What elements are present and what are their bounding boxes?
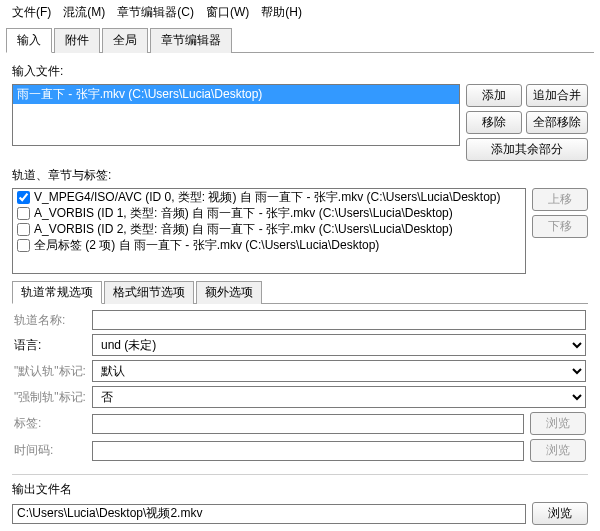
tab-attachments[interactable]: 附件 bbox=[54, 28, 100, 53]
input-file-item[interactable]: 雨一直下 - 张宇.mkv (C:\Users\Lucia\Desktop) bbox=[13, 85, 459, 104]
output-label: 输出文件名 bbox=[12, 481, 588, 498]
move-down-button[interactable]: 下移 bbox=[532, 215, 588, 238]
track-checkbox[interactable] bbox=[17, 223, 30, 236]
track-text: A_VORBIS (ID 2, 类型: 音频) 自 雨一直下 - 张宇.mkv … bbox=[34, 221, 453, 237]
menu-chapter-editor[interactable]: 章节编辑器(C) bbox=[111, 2, 200, 23]
track-text: V_MPEG4/ISO/AVC (ID 0, 类型: 视频) 自 雨一直下 - … bbox=[34, 189, 501, 205]
default-flag-select[interactable]: 默认 bbox=[92, 360, 586, 382]
tracks-label: 轨道、章节与标签: bbox=[12, 167, 588, 184]
menu-help[interactable]: 帮助(H) bbox=[255, 2, 308, 23]
output-browse-button[interactable]: 浏览 bbox=[532, 502, 588, 525]
remove-button[interactable]: 移除 bbox=[466, 111, 522, 134]
forced-flag-label: "强制轨"标记: bbox=[14, 389, 86, 406]
tags-browse-button[interactable]: 浏览 bbox=[530, 412, 586, 435]
tags-input[interactable] bbox=[92, 414, 524, 434]
separator bbox=[12, 474, 588, 475]
track-options-form: 轨道名称: 语言: und (未定) "默认轨"标记: 默认 "强制轨"标记: … bbox=[12, 304, 588, 468]
inner-tab-format[interactable]: 格式细节选项 bbox=[104, 281, 194, 304]
track-row[interactable]: 全局标签 (2 项) 自 雨一直下 - 张宇.mkv (C:\Users\Luc… bbox=[13, 237, 525, 253]
track-checkbox[interactable] bbox=[17, 207, 30, 220]
track-row[interactable]: V_MPEG4/ISO/AVC (ID 0, 类型: 视频) 自 雨一直下 - … bbox=[13, 189, 525, 205]
track-name-input[interactable] bbox=[92, 310, 586, 330]
track-text: A_VORBIS (ID 1, 类型: 音频) 自 雨一直下 - 张宇.mkv … bbox=[34, 205, 453, 221]
track-name-label: 轨道名称: bbox=[14, 312, 86, 329]
timecodes-label: 时间码: bbox=[14, 442, 86, 459]
input-files-buttons: 添加 追加合并 移除 全部移除 添加其余部分 bbox=[466, 84, 588, 161]
input-files-list[interactable]: 雨一直下 - 张宇.mkv (C:\Users\Lucia\Desktop) bbox=[12, 84, 460, 146]
main-panel: 输入文件: 雨一直下 - 张宇.mkv (C:\Users\Lucia\Desk… bbox=[0, 53, 600, 531]
append-button[interactable]: 追加合并 bbox=[526, 84, 588, 107]
add-rest-button[interactable]: 添加其余部分 bbox=[466, 138, 588, 161]
menu-file[interactable]: 文件(F) bbox=[6, 2, 57, 23]
track-checkbox[interactable] bbox=[17, 239, 30, 252]
inner-tab-extra[interactable]: 额外选项 bbox=[196, 281, 262, 304]
track-text: 全局标签 (2 项) 自 雨一直下 - 张宇.mkv (C:\Users\Luc… bbox=[34, 237, 379, 253]
forced-flag-select[interactable]: 否 bbox=[92, 386, 586, 408]
menubar: 文件(F) 混流(M) 章节编辑器(C) 窗口(W) 帮助(H) bbox=[0, 0, 600, 25]
move-up-button[interactable]: 上移 bbox=[532, 188, 588, 211]
timecodes-browse-button[interactable]: 浏览 bbox=[530, 439, 586, 462]
remove-all-button[interactable]: 全部移除 bbox=[526, 111, 588, 134]
menu-mux[interactable]: 混流(M) bbox=[57, 2, 111, 23]
track-row[interactable]: A_VORBIS (ID 1, 类型: 音频) 自 雨一直下 - 张宇.mkv … bbox=[13, 205, 525, 221]
tracks-list[interactable]: V_MPEG4/ISO/AVC (ID 0, 类型: 视频) 自 雨一直下 - … bbox=[12, 188, 526, 274]
inner-tab-general[interactable]: 轨道常规选项 bbox=[12, 281, 102, 304]
output-path-input[interactable] bbox=[12, 504, 526, 524]
language-label: 语言: bbox=[14, 337, 86, 354]
timecodes-input[interactable] bbox=[92, 441, 524, 461]
inner-tabbar: 轨道常规选项 格式细节选项 额外选项 bbox=[12, 280, 588, 304]
language-select[interactable]: und (未定) bbox=[92, 334, 586, 356]
tags-label: 标签: bbox=[14, 415, 86, 432]
input-files-label: 输入文件: bbox=[12, 63, 588, 80]
track-row[interactable]: A_VORBIS (ID 2, 类型: 音频) 自 雨一直下 - 张宇.mkv … bbox=[13, 221, 525, 237]
add-button[interactable]: 添加 bbox=[466, 84, 522, 107]
tracks-side-buttons: 上移 下移 bbox=[532, 188, 588, 274]
menu-window[interactable]: 窗口(W) bbox=[200, 2, 255, 23]
track-checkbox[interactable] bbox=[17, 191, 30, 204]
main-tabbar: 输入 附件 全局 章节编辑器 bbox=[6, 27, 594, 53]
default-flag-label: "默认轨"标记: bbox=[14, 363, 86, 380]
tab-global[interactable]: 全局 bbox=[102, 28, 148, 53]
tab-chapters[interactable]: 章节编辑器 bbox=[150, 28, 232, 53]
tab-input[interactable]: 输入 bbox=[6, 28, 52, 53]
